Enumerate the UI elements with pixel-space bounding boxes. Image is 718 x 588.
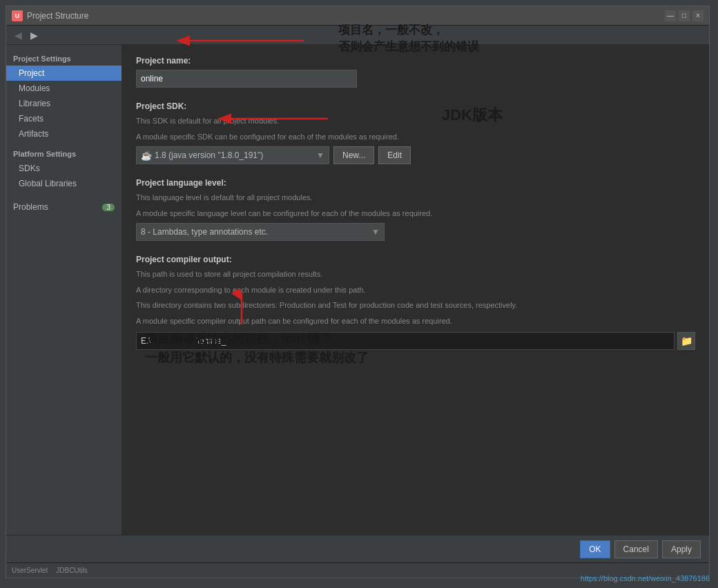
sidebar: Project Settings Project Modules Librari…: [6, 45, 122, 535]
sidebar-item-facets[interactable]: Facets: [6, 111, 122, 126]
forward-arrow[interactable]: ▶: [28, 28, 41, 42]
edit-sdk-button[interactable]: Edit: [378, 146, 411, 164]
language-dropdown-arrow: ▼: [371, 227, 380, 237]
apply-button[interactable]: Apply: [662, 540, 701, 558]
output-path-row: 📁: [136, 332, 695, 350]
sdk-java-icon: ☕: [141, 150, 152, 161]
ok-button[interactable]: OK: [580, 540, 610, 558]
status-item-1: UserServlet: [12, 567, 48, 574]
sdk-desc-1: This SDK is default for all project modu…: [136, 115, 695, 127]
navbar: ◀ ▶: [6, 26, 709, 45]
compiler-output-section: Project compiler output: This path is us…: [136, 255, 695, 350]
sidebar-item-global-libraries[interactable]: Global Libraries: [6, 176, 122, 191]
right-panel: Project name: Project SDK: This SDK is d…: [122, 45, 709, 535]
project-name-input[interactable]: [136, 70, 357, 88]
compiler-output-label: Project compiler output:: [136, 255, 695, 264]
language-value: 8 - Lambdas, type annotations etc.: [141, 227, 268, 237]
platform-settings-label: Platform Settings: [6, 146, 122, 161]
minimize-button[interactable]: —: [665, 10, 676, 21]
dialog-title: Project Structure: [27, 11, 665, 21]
project-name-section: Project name:: [136, 56, 695, 88]
close-button[interactable]: ×: [692, 10, 704, 21]
language-dropdown[interactable]: 8 - Lambdas, type annotations etc. ▼: [136, 223, 385, 241]
sidebar-item-project[interactable]: Project: [6, 66, 122, 81]
sidebar-item-artifacts[interactable]: Artifacts: [6, 126, 122, 141]
sdk-dropdown[interactable]: ☕ 1.8 (java version "1.8.0_191") ▼: [136, 146, 329, 164]
output-path-input[interactable]: [136, 332, 675, 350]
compiler-desc-4: A module specific compiler output path c…: [136, 315, 695, 327]
sdk-value: 1.8 (java version "1.8.0_191"): [155, 150, 263, 160]
lang-desc-1: This language level is default for all p…: [136, 192, 695, 204]
sidebar-item-sdks[interactable]: SDKs: [6, 161, 122, 176]
project-structure-dialog: U Project Structure — □ × ◀ ▶ Project Se…: [6, 6, 710, 578]
language-level-label: Project language level:: [136, 178, 695, 188]
back-arrow[interactable]: ◀: [12, 28, 25, 42]
bottom-bar: OK Cancel Apply: [6, 535, 709, 562]
sdk-desc-2: A module specific SDK can be configured …: [136, 131, 695, 143]
status-bar: UserServlet JDBCUtils: [6, 562, 709, 578]
problems-badge: 3: [102, 204, 115, 211]
main-content: Project Settings Project Modules Librari…: [6, 45, 709, 535]
sidebar-item-libraries[interactable]: Libraries: [6, 96, 122, 111]
new-sdk-button[interactable]: New...: [333, 146, 374, 164]
window-controls: — □ ×: [665, 10, 704, 21]
project-name-label: Project name:: [136, 56, 695, 66]
compiler-desc-1: This path is used to store all project c…: [136, 268, 695, 280]
sidebar-item-modules[interactable]: Modules: [6, 81, 122, 96]
titlebar: U Project Structure — □ ×: [6, 6, 709, 26]
problems-row[interactable]: Problems 3: [6, 199, 122, 215]
project-sdk-label: Project SDK:: [136, 101, 695, 111]
maximize-button[interactable]: □: [679, 10, 690, 21]
project-sdk-section: Project SDK: This SDK is default for all…: [136, 101, 695, 164]
folder-browse-button[interactable]: 📁: [677, 332, 695, 350]
compiler-desc-2: A directory corresponding to each module…: [136, 284, 695, 296]
lang-desc-2: A module specific language level can be …: [136, 208, 695, 219]
problems-label: Problems: [13, 202, 48, 212]
compiler-desc-3: This directory contains two subdirectori…: [136, 300, 695, 311]
sdk-row: ☕ 1.8 (java version "1.8.0_191") ▼ New..…: [136, 146, 695, 164]
sdk-dropdown-arrow: ▼: [316, 150, 324, 160]
status-item-2: JDBCUtils: [56, 567, 88, 574]
app-icon: U: [12, 10, 23, 21]
cancel-button[interactable]: Cancel: [614, 540, 658, 558]
language-level-section: Project language level: This language le…: [136, 178, 695, 241]
project-settings-label: Project Settings: [6, 50, 122, 66]
